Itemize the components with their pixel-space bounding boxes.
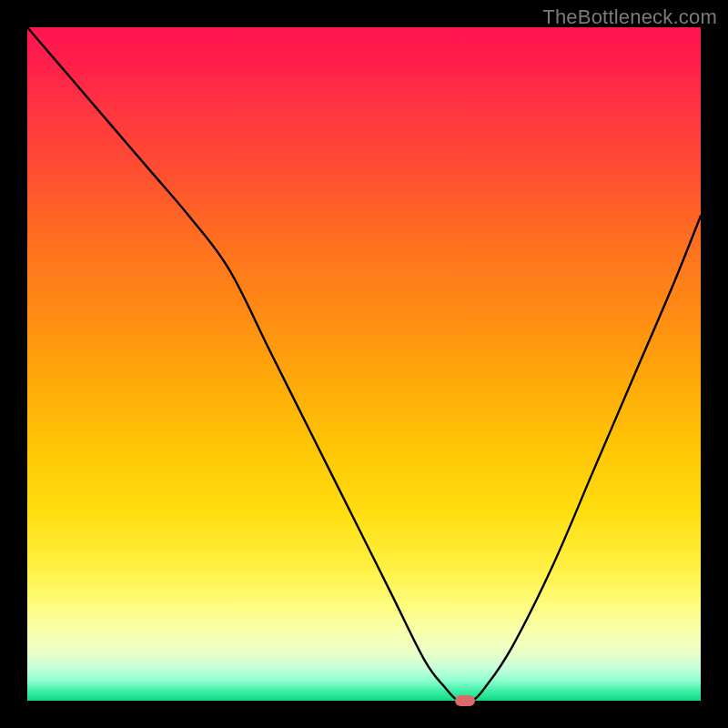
watermark-text: TheBottleneck.com	[542, 5, 717, 29]
bottleneck-curve	[27, 27, 701, 701]
curve-svg	[27, 27, 701, 701]
plot-area	[27, 27, 701, 701]
chart-container: TheBottleneck.com	[0, 0, 728, 728]
optimal-marker	[455, 695, 475, 706]
